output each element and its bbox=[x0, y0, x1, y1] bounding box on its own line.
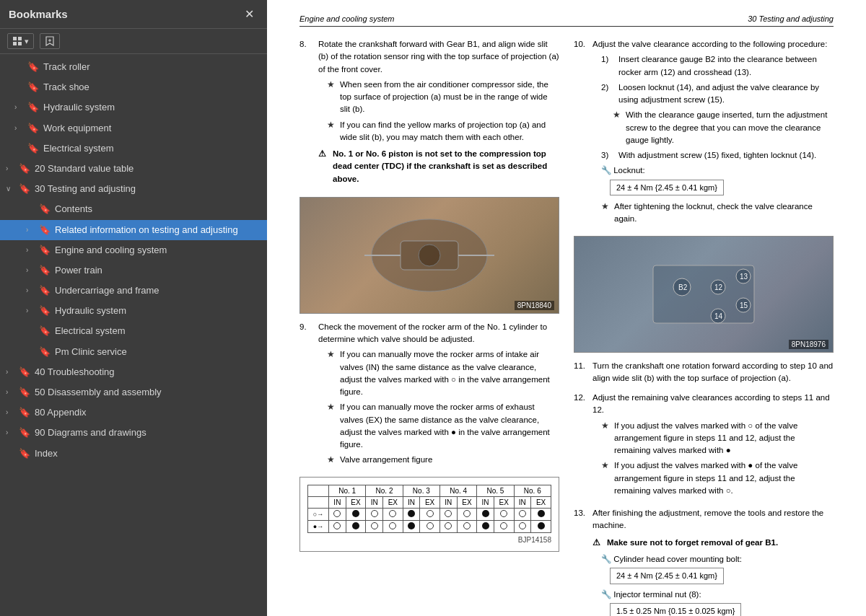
fig-caption: BJP14158 bbox=[307, 536, 551, 544]
disassembly-label: 50 Disassembly and assembly bbox=[35, 386, 261, 399]
bookmark-icon: 🔖 bbox=[19, 366, 30, 379]
sidebar-item-electrical-1[interactable]: 🔖 Electrical system bbox=[0, 138, 267, 159]
sidebar-item-pm-clinic[interactable]: 🔖 Pm Clinic service bbox=[0, 342, 267, 362]
sidebar-item-disassembly[interactable]: › 🔖 50 Disassembly and assembly bbox=[0, 382, 267, 402]
circle-open bbox=[371, 510, 378, 517]
col-right: 10. Adjust the valve clearance according… bbox=[574, 38, 834, 616]
sidebar-item-testing-adjusting[interactable]: ∨ 🔖 30 Testing and adjusting bbox=[0, 179, 267, 199]
sidebar-item-electrical-2[interactable]: 🔖 Electrical system bbox=[0, 321, 267, 341]
bookmark-add-button[interactable] bbox=[40, 33, 60, 49]
sidebar-item-track-roller[interactable]: 🔖 Track roller bbox=[0, 57, 267, 77]
sidebar-item-diagrams[interactable]: › 🔖 90 Diagrams and drawings bbox=[0, 423, 267, 443]
svg-rect-0 bbox=[13, 37, 17, 40]
appendix-label: 80 Appendix bbox=[35, 406, 261, 419]
step-10-star-2: ★ After tightening the locknut, check th… bbox=[601, 201, 834, 226]
chevron-right-icon: › bbox=[26, 265, 36, 276]
sidebar-item-track-shoe[interactable]: 🔖 Track shoe bbox=[0, 77, 267, 97]
step-10-sub-1-text: Insert clearance gauge B2 into the clear… bbox=[618, 53, 834, 79]
valve-row-2-label: ●→ bbox=[308, 520, 329, 532]
circle-filled bbox=[538, 510, 545, 517]
chevron-right-icon: › bbox=[14, 123, 25, 133]
step-11-content: Turn the crankshaft one rotation forward… bbox=[592, 360, 834, 385]
sidebar-item-engine-cooling[interactable]: › 🔖 Engine and cooling system bbox=[0, 240, 267, 260]
star-icon: ★ bbox=[327, 454, 337, 466]
step-12-text: Adjust the remaining valve clearances ac… bbox=[592, 393, 830, 414]
chevron-down-icon: ∨ bbox=[6, 184, 16, 194]
star-icon: ★ bbox=[601, 201, 611, 226]
step-9-bullet-3-text: Valve arrangement figure bbox=[340, 454, 432, 466]
bookmark-icon: 🔖 bbox=[39, 203, 51, 216]
step-10-text: Adjust the valve clearance according to … bbox=[592, 40, 827, 48]
valve-header-empty bbox=[308, 496, 329, 508]
sidebar-item-contents[interactable]: 🔖 Contents bbox=[0, 199, 267, 219]
valve-in-4: IN bbox=[439, 496, 457, 508]
circle-open bbox=[519, 510, 526, 517]
step-10-sub-2: 2) Loosen locknut (14), and adjust the v… bbox=[601, 82, 834, 107]
valve-in-6: IN bbox=[514, 496, 531, 508]
bookmark-icon: 🔖 bbox=[39, 346, 51, 358]
step-8-content: Rotate the crankshaft forward with Gear … bbox=[318, 38, 559, 190]
sidebar-item-appendix[interactable]: › 🔖 80 Appendix bbox=[0, 402, 267, 423]
step-8-num: 8. bbox=[299, 38, 314, 190]
electrical-1-label: Electrical system bbox=[43, 142, 261, 155]
testing-adjusting-label: 30 Testing and adjusting bbox=[35, 182, 261, 195]
valve-row-2: ●→ bbox=[308, 520, 551, 532]
step-13-warning: ⚠ Make sure not to forget removal of gea… bbox=[592, 537, 834, 549]
diagrams-label: 90 Diagrams and drawings bbox=[35, 426, 261, 439]
bookmark-icon: 🔖 bbox=[27, 142, 39, 155]
sidebar-item-work-equipment[interactable]: › 🔖 Work equipment bbox=[0, 118, 267, 138]
step-10-sub-1-num: 1) bbox=[601, 53, 616, 79]
sidebar-item-troubleshooting[interactable]: › 🔖 40 Troubleshooting bbox=[0, 362, 267, 382]
valve-col-1: No. 1 bbox=[329, 485, 366, 496]
two-column-layout: 8. Rotate the crankshaft forward with Ge… bbox=[299, 38, 834, 616]
star-icon: ★ bbox=[601, 459, 611, 497]
step-9-bullet-2: ★ If you can manually move the rocker ar… bbox=[327, 401, 559, 451]
bookmark-icon: 🔖 bbox=[39, 304, 51, 317]
close-button[interactable]: ✕ bbox=[240, 6, 258, 22]
circle-filled bbox=[538, 522, 545, 529]
sidebar-item-related-info[interactable]: › 🔖 Related information on testing and a… bbox=[0, 220, 267, 240]
svg-text:14: 14 bbox=[714, 312, 723, 320]
step-13-num: 13. bbox=[574, 507, 588, 616]
svg-rect-3 bbox=[18, 42, 22, 45]
sidebar: Bookmarks ✕ ▾ 🔖 Track roller 🔖 Track sho… bbox=[0, 0, 267, 616]
step-10-star-2-text: After tightening the locknut, check the … bbox=[614, 201, 834, 226]
step-10-star-1: ★ With the clearance gauge inserted, tur… bbox=[613, 109, 834, 146]
circle-filled bbox=[352, 510, 359, 517]
circle-open bbox=[333, 522, 341, 529]
sidebar-item-power-train[interactable]: › 🔖 Power train bbox=[0, 260, 267, 281]
star-icon: ★ bbox=[613, 109, 623, 146]
circle-open bbox=[389, 510, 396, 517]
circle-filled bbox=[482, 510, 489, 517]
step-9-bullet-2-text: If you can manually move the rocker arms… bbox=[340, 401, 559, 451]
image-2-label: 8PN18976 bbox=[789, 340, 828, 349]
valve-ex-6: EX bbox=[531, 496, 551, 508]
svg-text:15: 15 bbox=[740, 302, 748, 309]
step-10-sub-3-num: 3) bbox=[601, 149, 616, 162]
step-10-content: Adjust the valve clearance according to … bbox=[592, 38, 834, 229]
step-10-num: 10. bbox=[574, 38, 588, 229]
sidebar-item-undercarriage[interactable]: › 🔖 Undercarriage and frame bbox=[0, 281, 267, 301]
warning-icon: ⚠ bbox=[318, 148, 330, 185]
valve-ex-1: EX bbox=[346, 496, 366, 508]
valve-ex-5: EX bbox=[494, 496, 514, 508]
valve-col-4: No. 4 bbox=[439, 485, 476, 496]
view-options-button[interactable]: ▾ bbox=[7, 33, 34, 49]
bookmark-icon: 🔖 bbox=[39, 284, 51, 297]
circle-filled bbox=[352, 522, 359, 529]
valve-table: No. 1 No. 2 No. 3 No. 4 No. 5 No. 6 IN E… bbox=[307, 485, 551, 533]
sidebar-item-hydraulic-2[interactable]: › 🔖 Hydraulic system bbox=[0, 301, 267, 321]
col-left: 8. Rotate the crankshaft forward with Ge… bbox=[299, 38, 559, 616]
chevron-right-icon: › bbox=[26, 306, 36, 316]
step-8-bullet-1-text: When seen from the air conditioner compr… bbox=[340, 79, 559, 116]
sidebar-item-hydraulic-1[interactable]: › 🔖 Hydraulic system bbox=[0, 97, 267, 118]
chevron-right-icon: › bbox=[26, 225, 36, 235]
sidebar-item-index[interactable]: 🔖 Index bbox=[0, 444, 267, 464]
valve-ex-2: EX bbox=[382, 496, 403, 508]
star-icon: ★ bbox=[327, 119, 337, 144]
sidebar-item-std-value[interactable]: › 🔖 20 Standard value table bbox=[0, 159, 267, 179]
svg-text:B2: B2 bbox=[678, 283, 688, 291]
bookmark-icon: 🔖 bbox=[19, 447, 30, 460]
valve-row-1-label: ○→ bbox=[308, 508, 329, 520]
star-icon: ★ bbox=[327, 79, 337, 116]
